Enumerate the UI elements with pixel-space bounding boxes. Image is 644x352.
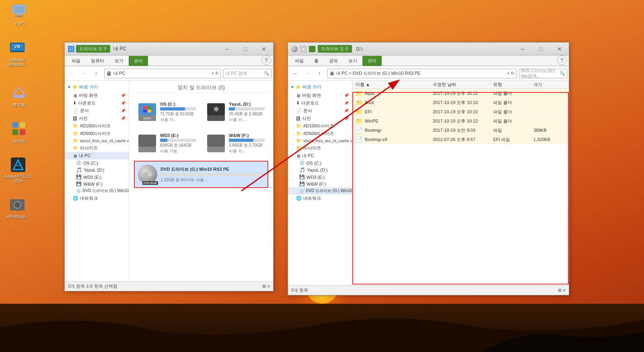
status-text-1: 5개 항목 1개 항목 선택함 (68, 283, 117, 289)
help-btn-1[interactable]: ? (261, 55, 271, 65)
drive-ww-f[interactable]: W&W (F:) 3.99GB 중 2.70GB 사용 가... (203, 129, 268, 158)
sidebar-osc-1[interactable]: 💿OS (C:) (65, 160, 129, 166)
tab-file-2[interactable]: 파일 (290, 56, 309, 66)
col-size[interactable]: 크기 (533, 82, 566, 88)
tab-manage-2[interactable]: 관리 (362, 56, 382, 66)
file-name-boot: Boot (365, 100, 374, 105)
tab-view-1[interactable]: 보기 (109, 56, 129, 66)
window-dvd[interactable]: 📋 드라이브 도구 G:\ ─ □ ✕ 파일 홈 공유 보기 관리 ? ← → … (288, 42, 569, 295)
drive-yayul-detail: 20.4GB 중 3.38GB 사용 가... (229, 111, 265, 123)
back-btn-2[interactable]: ← (290, 68, 301, 79)
refresh-btn-2[interactable]: ↻ (511, 71, 514, 76)
view-grid-btn-2[interactable]: ⊞ (558, 288, 562, 293)
sidebar-ww-2[interactable]: 💾W&W (F:) (288, 180, 352, 187)
sidebar-desktop-1[interactable]: 🖥바탕 화면📌 (65, 92, 129, 99)
maximize-btn-2[interactable]: □ (532, 43, 550, 55)
file-row-bootmgr-efi[interactable]: 📄 Bootmgr.efi 2012-07-26 오후 8:57 EFI 파일 … (352, 135, 569, 144)
minimize-btn-2[interactable]: ─ (513, 43, 532, 55)
desktop-icon-mypc[interactable]: 내 PC (5, 3, 33, 27)
status-bar-2: 6개 항목 ⊞ ≡ (288, 285, 569, 295)
sidebar-photos-2[interactable]: 🖼사진📌 (288, 115, 352, 122)
view-list-btn-2[interactable]: ≡ (563, 288, 566, 293)
sidebar-photos-1[interactable]: 🖼사진📌 (65, 115, 129, 122)
sidebar-download-1[interactable]: ⬇다운로드📌 (65, 99, 129, 107)
refresh-btn-1[interactable]: ↻ (215, 71, 219, 76)
sidebar-d100-2[interactable]: 📁#D100리사이즈 (288, 122, 352, 130)
desktop-icon-photo[interactable]: s0Pld95dp... (3, 197, 31, 219)
view-list-btn-1[interactable]: ≡ (267, 284, 270, 289)
tab-computer-1[interactable]: 컴퓨터 (86, 56, 109, 66)
desktop-icon-adobe[interactable]: Adobe PTS CC 2018 (4, 157, 32, 183)
sidebar-wd3-1[interactable]: 💾WD3 (E:) (65, 174, 129, 180)
up-btn-2[interactable]: ↑ (314, 68, 325, 79)
sidebar-yayul-2[interactable]: 🎵YayuL (D:) (288, 166, 352, 174)
sidebar-mypc-2[interactable]: 🖥내 PC (288, 152, 352, 160)
adobe-label: Adobe PTS CC 2018 (4, 174, 32, 183)
status-text-2: 6개 항목 (291, 287, 308, 293)
drive-yayul-d[interactable]: ✱ YayuL (D:) 20.4GB 중 3.38GB 사용 가... (203, 98, 268, 126)
up-btn-1[interactable]: ↑ (91, 68, 102, 79)
sidebar-mypc-1[interactable]: 🖥내 PC (65, 152, 129, 160)
tab-share-2[interactable]: 공유 (324, 56, 343, 66)
sidebar-docs-1[interactable]: 📄문서📌 (65, 107, 129, 115)
forward-btn-2[interactable]: → (302, 68, 313, 79)
desktop-icon-vmware[interactable]: VM VMware Workstati... (3, 40, 31, 67)
drive-tools-icon-2 (309, 46, 315, 52)
file-row-bootmgr[interactable]: 📄 Bootmgr 2017-10-19 오전 9:03 파일 388KB (352, 126, 569, 135)
back-btn-1[interactable]: ← (66, 68, 78, 79)
sidebar-dvd-1[interactable]: 💿DVD 드라이브 (G:) Win10 RS3 PE (65, 187, 129, 194)
desktop-icon-control[interactable]: 제어판 (5, 121, 33, 144)
recycle-label: 휴지통 (12, 102, 26, 108)
sidebar-resize-2[interactable]: 📁리사이즈 (288, 144, 352, 152)
file-row-apps[interactable]: 📁 Apps 2017-10-19 오후 10:12 파일 폴더 (352, 89, 569, 98)
tab-manage-1[interactable]: 관리 (129, 56, 148, 66)
close-btn-2[interactable]: ✕ (550, 43, 569, 55)
sidebar-win10-2[interactable]: 📁Win10_RS3_x64_25_LitePE v.1 (288, 137, 352, 144)
view-grid-btn-1[interactable]: ⊞ (262, 284, 266, 289)
quick-access-header-1[interactable]: ▾ ⭐ 바로 가기 (65, 82, 129, 92)
minimize-btn-1[interactable]: ─ (218, 43, 236, 55)
sidebar-d100-1[interactable]: 📁#D100리사이즈 (65, 122, 129, 130)
window-my-pc[interactable]: 드라이브 도구 내 PC ─ □ ✕ 파일 컴퓨터 보기 관리 ? ← → ↑ … (64, 42, 274, 291)
sidebar-win10-1[interactable]: 📁Win10_RS3_x64_25_LitePE v.1 (65, 137, 129, 144)
file-row-winpe[interactable]: 📁 WinPE 2017-10-19 오후 10:12 파일 폴더 (352, 117, 569, 126)
tab-home-2[interactable]: 홈 (309, 56, 324, 66)
file-row-efi[interactable]: 📁 EFI 2017-10-19 오후 10:10 파일 폴더 (352, 107, 569, 117)
forward-btn-1[interactable]: → (78, 68, 90, 79)
search-box-1[interactable]: 내 PC 검색 🔍 (223, 69, 272, 78)
drive-wd3-icon (138, 134, 157, 153)
toolbar-1: ← → ↑ 🖥 내 PC ▾ ↻ 내 PC 검색 🔍 (65, 66, 273, 81)
drive-wd3-e[interactable]: WD3 (E:) 839GB 중 164GB 사용 가능 (134, 129, 200, 158)
sidebar-dvd-2[interactable]: 💿DVD 드라이브 (G:) Win10 RS3 PE (288, 187, 352, 194)
sidebar-docs-2[interactable]: 📄문서📌 (288, 107, 352, 115)
file-row-boot[interactable]: 📁 Boot 2017-10-19 오후 10:10 파일 폴더 (352, 98, 569, 107)
maximize-btn-1[interactable]: □ (236, 43, 255, 55)
drive-os-c[interactable]: DISK OS (C:) 71.7GB 중 50.0GB 사용 가... (134, 98, 200, 126)
sidebar-d500-1[interactable]: 📁#D500리사이즈 (65, 130, 129, 137)
search-box-2[interactable]: DVD 드라이브 (G:) Win10 R... 🔍 (519, 69, 567, 78)
col-type[interactable]: 유형 (493, 82, 533, 88)
sidebar-network-2[interactable]: 🌐네트워크 (288, 194, 352, 202)
sidebar-yayul-1[interactable]: 🎵YayuL (D:) (65, 166, 129, 174)
sidebar-osc-2[interactable]: 💿OS (C:) (288, 160, 352, 166)
sidebar-network-1[interactable]: 🌐네트워크 (65, 194, 129, 202)
col-date[interactable]: 수정한 날짜 (433, 82, 493, 88)
tab-view-2[interactable]: 보기 (343, 56, 362, 66)
sidebar-desktop-2[interactable]: 🖥바탕 화면📌 (288, 92, 352, 99)
quick-access-header-2[interactable]: ▾ ⭐ 바로 가기 (288, 82, 352, 92)
help-btn-2[interactable]: ? (557, 55, 567, 65)
tab-file-1[interactable]: 파일 (66, 56, 86, 66)
sidebar-ww-1[interactable]: 💾W&W (F:) (65, 180, 129, 187)
desktop-icon-recycle[interactable]: 휴지통 (5, 84, 33, 108)
mypc-icon (11, 3, 27, 19)
address-bar-1[interactable]: 🖥 내 PC ▾ ↻ (104, 69, 221, 78)
sidebar-wd3-2[interactable]: 💾WD3 (E:) (288, 174, 352, 180)
close-btn-1[interactable]: ✕ (255, 43, 273, 55)
sidebar-resize-1[interactable]: 📁리사이즈 (65, 144, 129, 152)
sidebar-d500-2[interactable]: 📁#D500리사이즈 (288, 130, 352, 137)
drive-dvd-g[interactable]: DVD-ROM DVD 드라이브 (G:) Win10 RS3 PE 1.32G… (134, 161, 268, 188)
photo-icon (9, 197, 25, 213)
address-bar-2[interactable]: 🖥 내 PC > DVD 드라이브 (G:) Win10 RS3 PE ▾ ↻ (327, 69, 516, 78)
col-name[interactable]: 이름 ▲ (356, 82, 433, 88)
sidebar-download-2[interactable]: ⬇다운로드📌 (288, 99, 352, 107)
